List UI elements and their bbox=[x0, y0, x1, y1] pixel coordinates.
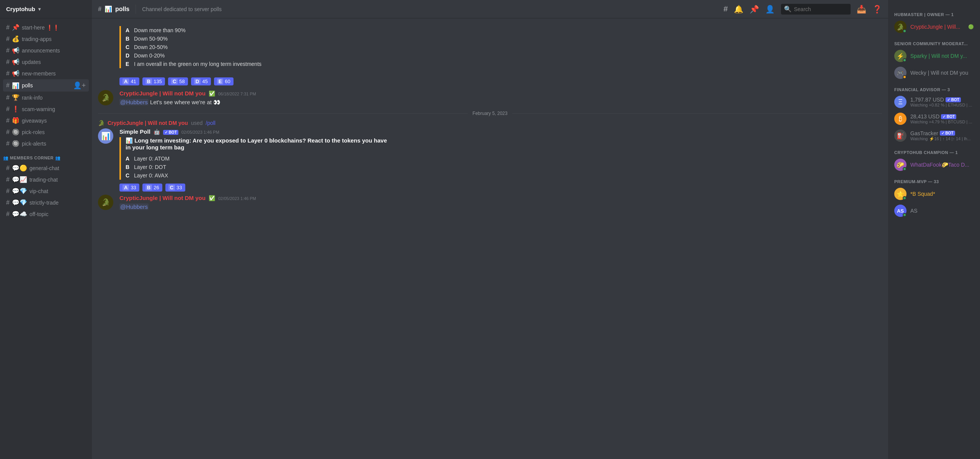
simplepoll-body: 📊 Long term investing: Are you exposed t… bbox=[119, 137, 387, 180]
pin-icon[interactable]: 📌 bbox=[750, 5, 759, 14]
channel-item-strictly-trade[interactable]: # 💬💎 strictly-trade bbox=[3, 197, 89, 208]
member-item-gastracker[interactable]: ⛽ GasTracker ✓ BOT Watching ⚡16 | ↑ 14 |… bbox=[891, 127, 977, 144]
member-item-btc-bot[interactable]: ₿ 28,413 USD ✓ BOT Watching +4.79 % | BT… bbox=[891, 110, 977, 127]
server-chevron-icon: ▾ bbox=[38, 7, 41, 12]
member-item-crypticjungle[interactable]: 🐊 CrypticJungle | Will... 🟢 bbox=[891, 18, 977, 35]
server-header[interactable]: Cryptohub ▾ bbox=[0, 0, 92, 18]
poll2-title: 📊 Long term investing: Are you exposed t… bbox=[126, 137, 387, 151]
channel-item-giveaways[interactable]: # 🎁 giveaways bbox=[3, 115, 89, 126]
add-member-icon[interactable]: 👤+ bbox=[73, 81, 86, 90]
category-label: 👥 MEMBERS CORNER 👥 bbox=[3, 156, 60, 161]
member-name-eth: 1,797.87 USD ✓ BOT bbox=[910, 97, 974, 103]
channel-item-rank-info[interactable]: # 🏆 rank-info bbox=[3, 92, 89, 103]
message-author-1: CrypticJungle | Will not DM you bbox=[119, 90, 206, 97]
channel-item-scam-warning[interactable]: # ❗ scam-warning bbox=[3, 103, 89, 115]
member-item-as[interactable]: AS AS bbox=[891, 202, 977, 219]
message-group-2: 🐊 CrypticJungle | Will not DM you ✅ 02/0… bbox=[92, 193, 888, 212]
channel-name: rank-info bbox=[22, 95, 86, 101]
message-group-1: 🐊 CrypticJungle | Will not DM you ✅ 06/1… bbox=[92, 89, 888, 108]
simplepoll-avatar: 📊 bbox=[98, 128, 113, 144]
member-avatar-crypticjungle: 🐊 bbox=[894, 21, 906, 33]
date-separator-feb5: February 5, 2023 bbox=[92, 108, 888, 119]
channel-name: updates bbox=[22, 59, 86, 65]
gas-bot-badge: ✓ BOT bbox=[940, 131, 955, 136]
member-info-whatdafook: WhatDaFook🌮Taco D... bbox=[910, 162, 974, 168]
channel-name: pick-alerts bbox=[22, 141, 86, 147]
member-info-btc: 28,413 USD ✓ BOT Watching +4.79 % | BTCU… bbox=[910, 113, 974, 124]
member-item-sparky[interactable]: ⚡ Sparky | Will not DM y... bbox=[891, 48, 977, 64]
member-avatar-sparky: ⚡ bbox=[894, 50, 906, 62]
member-verified-icon: 🟢 bbox=[968, 24, 974, 30]
topbar-channel-icon: 📊 bbox=[105, 5, 112, 13]
poll-votes-row: A 41 B 135 C 58 D 45 E 60 bbox=[92, 70, 888, 89]
channel-item-trading-apps[interactable]: # 💰 trading-apps bbox=[3, 33, 89, 44]
mention-hubbers-2: @Hubbers bbox=[119, 203, 149, 210]
channel-hash-icon: # bbox=[6, 140, 10, 147]
channel-item-new-members[interactable]: # 📢 new-members bbox=[3, 68, 89, 79]
poll2-vote-a[interactable]: A 33 bbox=[119, 184, 139, 192]
member-item-bsquad[interactable]: ⭐ *B Squad* bbox=[891, 185, 977, 202]
vote-e[interactable]: E 60 bbox=[214, 77, 234, 85]
channel-item-vip-chat[interactable]: # 💬💎 vip-chat bbox=[3, 185, 89, 197]
simplepoll-header: Simple Poll 🤖 ✓ BOT 02/05/2023 1:46 PM bbox=[119, 128, 882, 135]
channels-list: # 📌 start-here ❗❗ # 💰 trading-apps # 📢 a… bbox=[0, 18, 92, 459]
system-command: /poll bbox=[206, 120, 216, 126]
channel-item-announcements[interactable]: # 📢 announcements bbox=[3, 45, 89, 56]
channel-item-trading-chat[interactable]: # 💬📈 trading-chat bbox=[3, 174, 89, 185]
system-message-poll: 🐊 CrypticJungle | Will not DM you used /… bbox=[92, 119, 888, 127]
channel-item-pick-roles[interactable]: # 🔘 pick-roles bbox=[3, 126, 89, 138]
inbox-icon[interactable]: 📥 bbox=[857, 5, 866, 14]
channel-item-pick-alerts[interactable]: # 🔘 pick-alerts bbox=[3, 138, 89, 149]
search-input[interactable] bbox=[794, 6, 848, 12]
channel-hash-icon: # bbox=[6, 70, 10, 77]
member-avatar-gas: ⛽ bbox=[894, 130, 906, 142]
member-category-senior-mod: SENIOR COMMUNITY MODERAT... bbox=[891, 35, 977, 48]
member-name-wecky: Wecky | Will not DM you bbox=[910, 70, 974, 76]
members-icon[interactable]: 👤 bbox=[765, 5, 775, 14]
search-bar[interactable]: 🔍 bbox=[781, 4, 851, 15]
member-item-whatdafook[interactable]: 🌮 WhatDaFook🌮Taco D... bbox=[891, 156, 977, 173]
member-name-whatdafook: WhatDaFook🌮Taco D... bbox=[910, 162, 974, 168]
system-action: used bbox=[191, 120, 203, 126]
poll2-vote-c[interactable]: C 33 bbox=[165, 184, 185, 192]
poll2-vote-b[interactable]: B 26 bbox=[142, 184, 162, 192]
member-avatar-bsquad: ⭐ bbox=[894, 188, 906, 200]
member-info-gas: GasTracker ✓ BOT Watching ⚡16 | ↑ 14 |↑ … bbox=[910, 130, 974, 141]
vote-d[interactable]: D 45 bbox=[191, 77, 211, 85]
channel-item-updates[interactable]: # 📢 updates bbox=[3, 56, 89, 67]
topbar-icons: # 🔔 📌 👤 🔍 📥 ❓ bbox=[724, 4, 882, 15]
member-item-eth-bot[interactable]: Ξ 1,797.87 USD ✓ BOT Watching +0.82 % | … bbox=[891, 93, 977, 110]
member-name-sparky: Sparky | Will not DM y... bbox=[910, 53, 974, 59]
poll-option-a: A Down more than 90% bbox=[126, 26, 261, 34]
member-name-gas: GasTracker ✓ BOT bbox=[910, 130, 974, 136]
vote-c[interactable]: C 58 bbox=[168, 77, 188, 85]
channel-item-start-here[interactable]: # 📌 start-here ❗❗ bbox=[3, 22, 89, 33]
channel-name: trading-chat bbox=[29, 177, 86, 183]
channel-hash-icon: # bbox=[6, 36, 10, 43]
hashtag-icon[interactable]: # bbox=[724, 5, 728, 13]
poll-option-c: C Down 20-50% bbox=[126, 43, 261, 51]
search-icon: 🔍 bbox=[784, 5, 792, 13]
member-avatar-eth: Ξ bbox=[894, 96, 906, 108]
avatar-crypticjungle-2: 🐊 bbox=[98, 195, 113, 210]
notification-icon[interactable]: 🔔 bbox=[734, 5, 743, 14]
channel-item-off-topic[interactable]: # 💬☁️ off-topic bbox=[3, 208, 89, 220]
simplepoll-timestamp: 02/05/2023 1:46 PM bbox=[181, 130, 219, 134]
poll2-option-c: C Layer 0: AVAX bbox=[126, 171, 387, 180]
member-info-wecky: Wecky | Will not DM you bbox=[910, 70, 974, 76]
members-corner-category[interactable]: 👥 MEMBERS CORNER 👥 bbox=[0, 149, 92, 162]
channel-name: scam-warning bbox=[22, 106, 86, 112]
channel-item-polls[interactable]: # 📊 polls 👤+ bbox=[3, 79, 89, 92]
member-avatar-as: AS bbox=[894, 205, 906, 217]
channel-hash-icon: # bbox=[6, 94, 10, 101]
help-icon[interactable]: ❓ bbox=[872, 5, 882, 14]
system-author: CrypticJungle | Will not DM you bbox=[108, 120, 188, 126]
vote-a[interactable]: A 41 bbox=[119, 77, 139, 85]
channel-name: giveaways bbox=[22, 118, 86, 124]
channel-hash-icon: # bbox=[6, 165, 10, 172]
vote-b[interactable]: B 135 bbox=[142, 77, 165, 85]
channel-item-general-chat[interactable]: # 💬🟡 general-chat bbox=[3, 162, 89, 174]
member-item-wecky[interactable]: 🎮 Wecky | Will not DM you bbox=[891, 64, 977, 81]
channel-hash-icon: # bbox=[6, 211, 10, 218]
messages-area: A Down more than 90% B Down 50-90% C Dow… bbox=[92, 18, 888, 459]
